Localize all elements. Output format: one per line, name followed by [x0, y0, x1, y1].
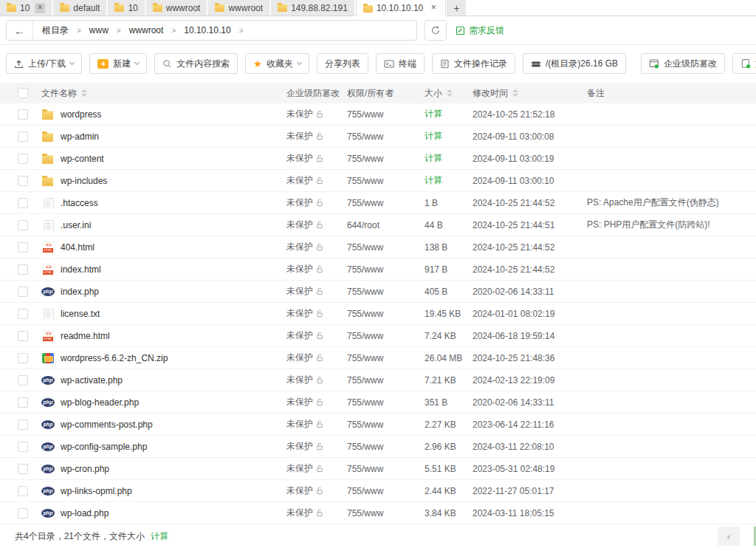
share-list-button[interactable]: 分享列表 — [317, 53, 368, 74]
file-name[interactable]: index.php — [61, 287, 99, 297]
breadcrumb-item[interactable]: 10.10.10.10 — [184, 25, 230, 35]
browser-tab[interactable]: default — [53, 0, 108, 16]
content-search-button[interactable]: 文件内容搜索 — [154, 53, 238, 74]
file-mtime: 2023-06-14 22:11:16 — [472, 419, 587, 430]
row-checkbox[interactable] — [18, 331, 28, 341]
row-checkbox[interactable] — [18, 353, 28, 363]
tamper-cell[interactable]: 未保护 — [286, 174, 347, 187]
tab-close-icon[interactable]: × — [428, 3, 439, 13]
file-name[interactable]: wp-activate.php — [61, 375, 123, 386]
tamper-cell[interactable]: 未保护 — [286, 440, 347, 453]
row-checkbox[interactable] — [18, 264, 28, 275]
browser-tab[interactable]: 10 × — [0, 0, 53, 16]
row-checkbox[interactable] — [18, 397, 28, 408]
sort-icon[interactable] — [447, 89, 453, 97]
file-name[interactable]: wp-comments-post.php — [61, 419, 153, 430]
file-name[interactable]: wordpress-6.6.2-zh_CN.zip — [61, 353, 168, 363]
row-checkbox[interactable] — [18, 109, 28, 120]
row-checkbox[interactable] — [18, 486, 28, 496]
sort-icon[interactable] — [81, 89, 87, 97]
breadcrumb-item[interactable]: www — [89, 25, 109, 35]
file-name[interactable]: wp-admin — [61, 131, 99, 142]
row-checkbox[interactable] — [18, 220, 28, 230]
file-name[interactable]: wp-cron.php — [61, 464, 109, 474]
tamper-cell[interactable]: 未保护 — [286, 329, 347, 342]
terminal-button[interactable]: 终端 — [376, 53, 425, 74]
tamper-cell[interactable]: 未保护 — [286, 108, 347, 120]
row-checkbox[interactable] — [18, 242, 28, 253]
disk-root-button[interactable]: /(根目录)26.16 GB — [523, 53, 626, 74]
file-operation-log-button[interactable]: 文件操作记录 — [432, 53, 515, 74]
file-size[interactable]: 计算 — [425, 130, 472, 143]
back-button[interactable]: ← — [7, 21, 33, 40]
file-size[interactable]: 计算 — [425, 174, 472, 187]
file-name[interactable]: 404.html — [61, 242, 94, 253]
file-name[interactable]: wp-includes — [61, 176, 107, 186]
row-checkbox[interactable] — [18, 375, 28, 386]
file-name[interactable]: .user.ini — [61, 220, 91, 230]
pager-prev-button[interactable]: ‹ — [718, 527, 740, 546]
folder-file-icon — [41, 175, 55, 187]
select-all-checkbox[interactable] — [18, 88, 28, 98]
tamper-cell[interactable]: 未保护 — [286, 507, 347, 519]
tamper-cell[interactable]: 未保护 — [286, 418, 347, 431]
tamper-cell[interactable]: 未保护 — [286, 462, 347, 475]
file-size[interactable]: 计算 — [425, 152, 472, 165]
row-checkbox[interactable] — [18, 419, 28, 430]
row-checkbox[interactable] — [18, 309, 28, 319]
browser-tab[interactable]: wwwroot — [146, 0, 209, 16]
favorites-button[interactable]: ★ 收藏夹 — [245, 53, 309, 74]
file-name[interactable]: .htaccess — [61, 198, 98, 208]
browser-tab[interactable]: wwwroot — [208, 0, 271, 16]
upload-download-button[interactable]: 上传/下载 — [6, 53, 82, 74]
file-name[interactable]: wp-config-sample.php — [61, 442, 147, 452]
file-name[interactable]: license.txt — [61, 309, 100, 319]
row-checkbox[interactable] — [18, 442, 28, 452]
tamper-cell[interactable]: 未保护 — [286, 241, 347, 253]
row-checkbox[interactable] — [18, 287, 28, 297]
tamper-cell[interactable]: 未保护 — [286, 152, 347, 165]
file-name[interactable]: wp-links-opml.php — [61, 486, 132, 496]
new-tab-button[interactable]: + — [447, 0, 466, 16]
row-checkbox[interactable] — [18, 176, 28, 186]
sort-icon[interactable] — [512, 89, 518, 97]
file-size[interactable]: 计算 — [425, 108, 472, 120]
file-name[interactable]: wordpress — [61, 109, 101, 120]
breadcrumb-item[interactable]: 根目录 — [42, 24, 69, 37]
file-permission: 755/www — [347, 375, 425, 386]
file-name[interactable]: readme.html — [61, 331, 110, 341]
refresh-button[interactable] — [425, 20, 447, 41]
tamper-cell[interactable]: 未保护 — [286, 307, 347, 320]
tamper-cell[interactable]: 未保护 — [286, 285, 347, 298]
tamper-cell[interactable]: 未保护 — [286, 352, 347, 364]
file-name[interactable]: index.html — [61, 264, 101, 275]
breadcrumb-item[interactable]: wwwroot — [129, 25, 164, 35]
calc-size-link[interactable]: 计算 — [151, 530, 168, 543]
file-sync-button[interactable]: 文件同步 — [732, 53, 756, 74]
row-checkbox[interactable] — [18, 198, 28, 208]
tab-close-icon[interactable]: × — [35, 3, 45, 13]
browser-tab[interactable]: 10 — [108, 0, 145, 16]
file-name[interactable]: wp-blog-header.php — [61, 397, 139, 408]
enterprise-tamper-proof-button[interactable]: 企业级防篡改 — [641, 53, 725, 74]
column-header-filename[interactable]: 文件名称 — [35, 87, 286, 100]
row-checkbox[interactable] — [18, 131, 28, 142]
tamper-cell[interactable]: 未保护 — [286, 374, 347, 386]
file-name[interactable]: wp-load.php — [61, 508, 109, 518]
feedback-link[interactable]: 需求反馈 — [456, 24, 504, 37]
tamper-cell[interactable]: 未保护 — [286, 396, 347, 408]
browser-tab[interactable]: 10.10.10.10 × — [356, 0, 446, 16]
tamper-cell[interactable]: 未保护 — [286, 263, 347, 275]
row-checkbox[interactable] — [18, 154, 28, 164]
tamper-cell[interactable]: 未保护 — [286, 484, 347, 497]
row-checkbox[interactable] — [18, 508, 28, 518]
row-checkbox[interactable] — [18, 464, 28, 474]
column-header-mtime[interactable]: 修改时间 — [472, 87, 587, 100]
column-header-size[interactable]: 大小 — [425, 87, 472, 100]
tamper-cell[interactable]: 未保护 — [286, 196, 347, 209]
tamper-cell[interactable]: 未保护 — [286, 219, 347, 231]
new-button[interactable]: + 新建 — [89, 53, 147, 74]
tamper-cell[interactable]: 未保护 — [286, 130, 347, 143]
file-name[interactable]: wp-content — [61, 154, 104, 164]
browser-tab[interactable]: 149.88.82.191 — [271, 0, 356, 16]
